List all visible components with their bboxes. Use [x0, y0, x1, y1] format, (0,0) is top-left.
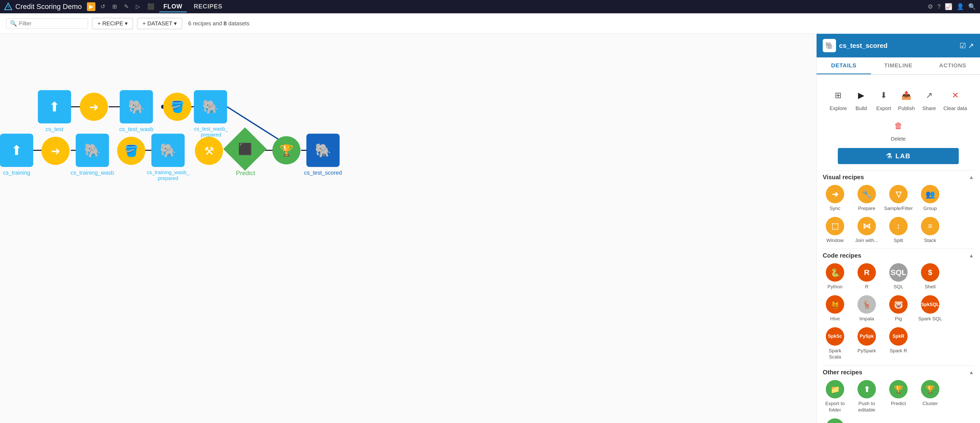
filterbar: 🔍 + RECIPE ▾ + DATASET ▾ 6 recipes and 8…: [0, 13, 980, 34]
nav-icon-stop[interactable]: ⬛: [145, 2, 156, 11]
recipe-arrow2[interactable]: ➜: [41, 137, 70, 165]
recipe-join-with[interactable]: ⋈ Join with...: [854, 217, 879, 244]
node-cs-training-wasb[interactable]: 🐘: [76, 134, 109, 167]
recipe-window[interactable]: ⬚ Window: [823, 217, 847, 244]
visual-recipes-grid: ➜ Sync 🔧 Prepare ▽ Sample/Filter 👥 Group…: [823, 185, 974, 249]
label-cs-test-wasb: cs_test_wasb: [115, 126, 158, 132]
recipe-r[interactable]: R R: [854, 263, 879, 290]
tab-flow[interactable]: FLOW: [159, 1, 187, 12]
recipe-python[interactable]: 🐍 Python: [823, 263, 847, 290]
node-cs-training-wasb-prepared[interactable]: 🐘: [151, 134, 185, 167]
code-recipes-toggle[interactable]: ▲: [969, 253, 974, 259]
node-cs-training[interactable]: ⬆: [0, 134, 33, 167]
build-button[interactable]: ▶ Build: [853, 87, 869, 112]
tab-recipes[interactable]: RECIPES: [190, 1, 227, 12]
recipe-spark-sql[interactable]: SpkSQL Spark SQL: [918, 295, 942, 322]
nav-icon-refresh[interactable]: ↺: [99, 2, 107, 11]
spark-sql-label: Spark SQL: [918, 316, 942, 322]
recipe-brush1[interactable]: 🪣: [163, 93, 191, 121]
export-button[interactable]: ⬇ Export: [875, 87, 892, 112]
publish-button[interactable]: 📤 Publish: [898, 87, 915, 112]
add-recipe-button[interactable]: + RECIPE ▾: [92, 18, 133, 29]
recipe-export-to-folder[interactable]: 📁 Export to folder: [823, 380, 847, 413]
header-expand-icon[interactable]: ↗: [968, 42, 974, 50]
other-recipes-toggle[interactable]: ▲: [969, 369, 974, 375]
recipe-push-to-editable[interactable]: ⬆ Push to editable: [854, 380, 879, 413]
nav-icon-play[interactable]: ▷: [134, 2, 142, 11]
settings-icon[interactable]: ⚙: [928, 3, 933, 10]
join-with-icon: ⋈: [858, 217, 876, 235]
other-recipes-title: Other recipes: [823, 369, 862, 376]
node-cs-test-wasb[interactable]: 🐘: [120, 90, 153, 123]
build-label: Build: [856, 105, 867, 112]
recipe-sync[interactable]: ➜ Sync: [823, 185, 847, 212]
share-button[interactable]: ↗ Share: [921, 87, 937, 112]
search-icon[interactable]: 🔍: [968, 3, 976, 10]
recipe-cluster[interactable]: 🏆 Cluster: [918, 380, 942, 413]
recipe-pyspark[interactable]: PySpk PySpark: [854, 327, 879, 360]
spark-r-icon: SpkR: [889, 327, 908, 346]
delete-button[interactable]: 🗑 Delete: [890, 118, 907, 142]
explore-icon: ⊞: [830, 87, 846, 104]
recipe-pig[interactable]: 🐷 Pig: [886, 295, 911, 322]
recipe-prepare[interactable]: 🔧 Prepare: [854, 185, 879, 212]
nav-icon-grid[interactable]: ⊞: [110, 2, 119, 11]
user-icon[interactable]: 👤: [956, 3, 964, 10]
share-icon: ↗: [921, 87, 937, 104]
node-cs-test-wasb-prepared[interactable]: 🐘: [194, 90, 227, 123]
recipe-arrow1[interactable]: ➜: [80, 93, 108, 121]
main-layout: ⬆ cs_test ➜ 🐘 cs_test_wasb 🪣 🐘 cs_test_w…: [0, 34, 980, 423]
search-input[interactable]: [19, 20, 84, 27]
label-cs-test-wasb-prepared: cs_test_wasb_prepared: [187, 126, 235, 138]
recipe-spark-scala[interactable]: SpkSc Spark Scala: [823, 327, 847, 360]
recipe-predict[interactable]: 🏆 Predict: [886, 380, 911, 413]
recipe-evaluate[interactable]: ⭐ Evaluate: [823, 418, 847, 423]
app-logo: [4, 3, 12, 11]
recipe-impala[interactable]: 🦌 Impala: [854, 295, 879, 322]
filter-search-box[interactable]: 🔍: [6, 18, 88, 29]
recipe-hammer[interactable]: ⚒: [195, 137, 223, 165]
explore-button[interactable]: ⊞ Explore: [830, 87, 847, 112]
prepare-label: Prepare: [858, 205, 875, 212]
tab-details[interactable]: DETAILS: [816, 57, 871, 74]
recipe-brush2[interactable]: 🪣: [117, 137, 145, 165]
sidebar-header: 🐘 cs_test_scored ☑ ↗: [816, 34, 980, 57]
sql-icon: SQL: [889, 263, 908, 282]
activity-icon[interactable]: 📈: [945, 3, 952, 10]
split-label: Split: [894, 237, 903, 244]
header-checkbox-icon[interactable]: ☑: [959, 42, 966, 50]
node-cs-test-scored[interactable]: 🐘: [306, 134, 340, 167]
label-cs-test-scored: cs_test_scored: [301, 169, 345, 176]
recipe-split[interactable]: ↕ Split: [886, 217, 911, 244]
recipe-stack[interactable]: ≡ Stack: [918, 217, 942, 244]
recipe-group[interactable]: 👥 Group: [918, 185, 942, 212]
action-buttons-row: ⊞ Explore ▶ Build ⬇ Export 📤 Publish ↗: [823, 81, 974, 148]
help-icon[interactable]: ?: [937, 3, 940, 10]
shell-label: Shell: [925, 284, 935, 290]
recipe-sql[interactable]: SQL SQL: [886, 263, 911, 290]
flow-canvas[interactable]: ⬆ cs_test ➜ 🐘 cs_test_wasb 🪣 🐘 cs_test_w…: [0, 34, 816, 423]
recipe-shell[interactable]: $ Shell: [918, 263, 942, 290]
recipe-sample-filter[interactable]: ▽ Sample/Filter: [886, 185, 911, 212]
recipe-hive[interactable]: 🍯 Hive: [823, 295, 847, 322]
code-recipes-grid: 🐍 Python R R SQL SQL $ Shell 🍯 Hive: [823, 263, 974, 366]
nav-icon-edit[interactable]: ✎: [122, 2, 131, 11]
sync-label: Sync: [830, 205, 840, 212]
node-trophy[interactable]: 🏆: [272, 136, 301, 164]
explore-label: Explore: [830, 105, 847, 112]
node-cs-test[interactable]: ⬆: [38, 90, 71, 123]
add-dataset-button[interactable]: + DATASET ▾: [137, 18, 182, 29]
nav-icon-orange[interactable]: ▶: [87, 2, 95, 11]
tab-actions[interactable]: ACTIONS: [926, 57, 980, 74]
predict-label: Predict: [891, 401, 906, 407]
clear-data-button[interactable]: ✕ Clear data: [943, 87, 967, 112]
lab-button[interactable]: ⚗ LAB: [838, 148, 959, 164]
export-icon: ⬇: [875, 87, 892, 104]
visual-recipes-section-header: Visual recipes ▲: [823, 170, 974, 185]
visual-recipes-toggle[interactable]: ▲: [969, 174, 974, 180]
recipe-spark-r[interactable]: SpkR Spark R: [886, 327, 911, 360]
sidebar-header-actions: ☑ ↗: [959, 42, 974, 50]
clear-data-label: Clear data: [943, 105, 967, 112]
tab-timeline[interactable]: TIMELINE: [871, 57, 926, 74]
sidebar-content: ⊞ Explore ▶ Build ⬇ Export 📤 Publish ↗: [816, 75, 980, 423]
